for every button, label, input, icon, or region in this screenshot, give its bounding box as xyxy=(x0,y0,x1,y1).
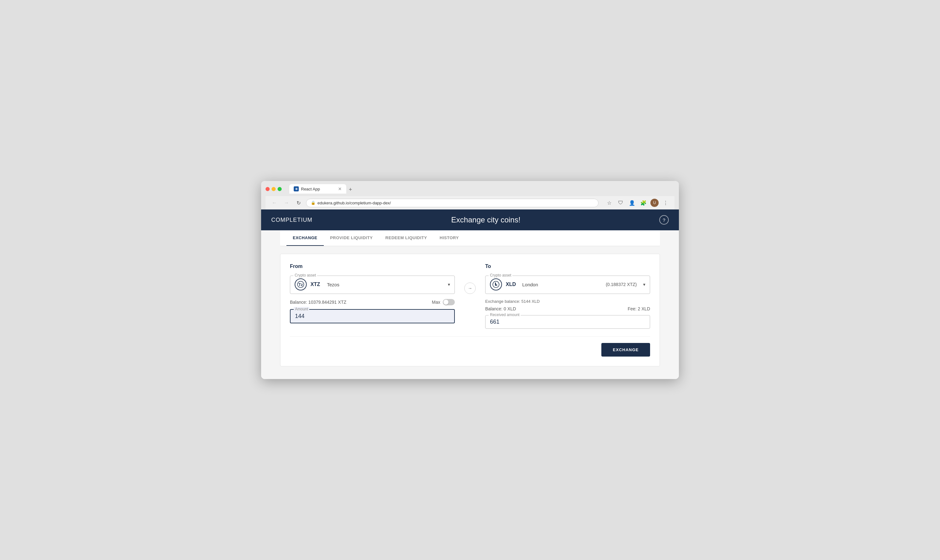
url-text: edukera.github.io/completium-dapp-dex/ xyxy=(317,201,391,205)
svg-text:Tz: Tz xyxy=(299,283,302,287)
new-tab-button[interactable]: + xyxy=(347,186,354,193)
from-crypto-label: Crypto asset xyxy=(293,273,317,277)
title-bar-top: ⚛ React App ✕ + xyxy=(265,184,675,194)
arrow-divider: → xyxy=(461,283,479,294)
forward-button[interactable]: → xyxy=(282,198,291,207)
to-balance-text: Balance: 0 XLD xyxy=(485,306,516,311)
swap-arrow-icon: → xyxy=(464,283,476,294)
tabs-nav: Exchange Provide Liquidity Redeem Liquid… xyxy=(280,230,660,246)
from-balance-text: Balance: 10379.844291 XTZ xyxy=(290,300,346,305)
amount-field-group[interactable]: Amount xyxy=(290,309,455,323)
to-crypto-rate: (0.188372 XTZ) xyxy=(606,282,637,287)
tab-provide-liquidity[interactable]: Provide Liquidity xyxy=(324,230,379,246)
tab-label: React App xyxy=(301,187,320,191)
from-crypto-code: XTZ xyxy=(310,282,323,287)
to-crypto-label: Crypto asset xyxy=(488,273,512,277)
from-crypto-name: Tezos xyxy=(327,282,444,287)
xld-icon xyxy=(490,278,502,291)
exchange-card: From Crypto asset Tz XTZ xyxy=(280,254,660,366)
tab-favicon: ⚛ xyxy=(294,186,299,191)
tab-exchange[interactable]: Exchange xyxy=(287,230,324,246)
app-logo: Completium xyxy=(271,217,312,223)
to-crypto-select[interactable]: Crypto asset XLD L xyxy=(485,275,650,294)
minimize-traffic-light[interactable] xyxy=(271,187,276,191)
app-header-title: Exchange city coins! xyxy=(452,215,521,224)
help-button[interactable]: ? xyxy=(659,215,669,225)
to-title: To xyxy=(485,263,650,269)
address-bar: ← → ↻ 🔒 edukera.github.io/completium-dap… xyxy=(265,196,675,209)
exchange-balance-text: Exchange balance: 5144 XLD xyxy=(485,299,650,304)
browser-tab-react-app[interactable]: ⚛ React App ✕ xyxy=(289,184,346,194)
svg-point-4 xyxy=(496,284,497,286)
from-side: From Crypto asset Tz XTZ xyxy=(290,263,461,323)
star-button[interactable]: ☆ xyxy=(605,198,614,207)
fee-text: Fee: 2 XLD xyxy=(628,306,650,311)
profile-button[interactable]: 👤 xyxy=(628,198,636,207)
to-dropdown-arrow-icon: ▾ xyxy=(643,282,645,287)
address-field[interactable]: 🔒 edukera.github.io/completium-dapp-dex/ xyxy=(306,199,598,207)
toggle-knob xyxy=(444,300,448,305)
to-side: To Crypto asset xyxy=(479,263,650,329)
from-title: From xyxy=(290,263,455,269)
max-toggle-switch[interactable] xyxy=(443,299,455,305)
received-value: 661 xyxy=(490,318,645,325)
from-crypto-inner[interactable]: Tz XTZ Tezos ▾ xyxy=(295,278,450,291)
tab-close-button[interactable]: ✕ xyxy=(338,187,342,191)
from-dropdown-arrow-icon: ▾ xyxy=(448,282,450,287)
avatar[interactable]: U xyxy=(650,199,659,207)
from-crypto-select[interactable]: Crypto asset Tz XTZ Tezos xyxy=(290,275,455,294)
back-button[interactable]: ← xyxy=(270,198,279,207)
exchange-layout: From Crypto asset Tz XTZ xyxy=(290,263,650,329)
tab-history[interactable]: History xyxy=(433,230,465,246)
main-area: Exchange Provide Liquidity Redeem Liquid… xyxy=(261,230,679,379)
refresh-button[interactable]: ↻ xyxy=(294,198,303,207)
xtz-icon: Tz xyxy=(295,278,307,291)
amount-label: Amount xyxy=(294,307,309,311)
tab-redeem-liquidity[interactable]: Redeem Liquidity xyxy=(379,230,434,246)
app-content: Completium Exchange city coins! ? Exchan… xyxy=(261,209,679,379)
to-crypto-inner[interactable]: XLD London (0.188372 XTZ) ▾ xyxy=(490,278,645,291)
extensions-button[interactable]: 🧩 xyxy=(639,198,648,207)
menu-button[interactable]: ⋮ xyxy=(661,198,670,207)
shield-button[interactable]: 🛡 xyxy=(616,198,625,207)
balance-fee-row: Balance: 0 XLD Fee: 2 XLD xyxy=(485,306,650,311)
app-header: Completium Exchange city coins! ? xyxy=(261,209,679,230)
exchange-button[interactable]: EXCHANGE xyxy=(601,343,650,357)
received-amount-label: Received amount xyxy=(488,312,521,317)
max-toggle: Max xyxy=(432,299,455,305)
from-balance-row: Balance: 10379.844291 XTZ Max xyxy=(290,299,455,305)
close-traffic-light[interactable] xyxy=(265,187,270,191)
to-crypto-code: XLD xyxy=(506,282,518,287)
maximize-traffic-light[interactable] xyxy=(277,187,282,191)
amount-input[interactable] xyxy=(295,313,450,320)
to-crypto-name: London xyxy=(522,282,602,287)
browser-tabs: ⚛ React App ✕ + xyxy=(289,184,354,194)
svg-rect-3 xyxy=(495,283,496,286)
max-label: Max xyxy=(432,300,440,305)
lock-icon: 🔒 xyxy=(311,201,316,205)
title-bar: ⚛ React App ✕ + ← → ↻ 🔒 edukera.github.i… xyxy=(261,181,679,209)
exchange-btn-row: EXCHANGE xyxy=(290,336,650,357)
browser-actions: ☆ 🛡 👤 🧩 U ⋮ xyxy=(605,198,670,207)
received-field-group: Received amount 661 xyxy=(485,315,650,329)
traffic-lights xyxy=(265,187,282,191)
browser-window: ⚛ React App ✕ + ← → ↻ 🔒 edukera.github.i… xyxy=(261,181,679,379)
